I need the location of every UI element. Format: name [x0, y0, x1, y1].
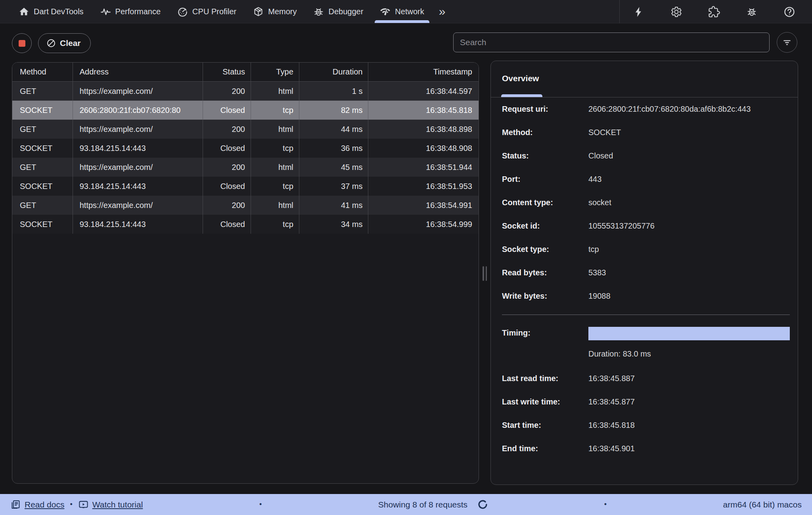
field-label: Write bytes: — [502, 289, 588, 303]
table-row[interactable]: GET https://example.com/ 200 html 44 ms … — [12, 120, 479, 139]
filter-icon — [782, 37, 792, 48]
field-label: Last write time: — [502, 395, 588, 408]
separator-dot: • — [70, 500, 72, 509]
cell-status: 200 — [203, 196, 251, 215]
field-value: 16:38:45.887 — [588, 372, 790, 385]
memory-icon — [253, 6, 264, 17]
cell-address: 93.184.215.14:443 — [73, 177, 203, 196]
extensions-button[interactable] — [695, 0, 733, 23]
nav-item-performance[interactable]: Performance — [92, 0, 169, 23]
cell-address: https://example.com/ — [73, 120, 203, 139]
cell-method: SOCKET — [12, 215, 73, 234]
field-method: Method: SOCKET — [502, 126, 790, 139]
stop-square-icon — [19, 40, 25, 47]
cell-status: Closed — [203, 139, 251, 158]
field-label: Read bytes: — [502, 266, 588, 279]
help-icon — [783, 6, 795, 18]
lightning-icon — [633, 6, 645, 18]
field-value: Closed — [588, 149, 790, 162]
tab-overview[interactable]: Overview — [502, 74, 539, 83]
cell-duration: 41 ms — [299, 196, 369, 215]
table-row[interactable]: SOCKET 93.184.215.14:443 Closed tcp 36 m… — [12, 139, 479, 158]
cell-timestamp: 16:38:54.991 — [368, 196, 479, 215]
watch-tutorial-link[interactable]: Watch tutorial — [78, 499, 143, 510]
cell-duration: 37 ms — [299, 177, 369, 196]
nav-item-memory[interactable]: Memory — [245, 0, 305, 23]
cell-timestamp: 16:38:48.908 — [368, 139, 479, 158]
top-nav-bar: Dart DevTools Performance CPU Profiler M… — [0, 0, 812, 23]
column-header-duration[interactable]: Duration — [299, 63, 369, 81]
cell-timestamp: 16:38:54.999 — [368, 215, 479, 234]
cell-duration: 44 ms — [299, 120, 369, 139]
video-icon — [78, 499, 89, 510]
cell-type: html — [251, 82, 299, 101]
cell-address: 93.184.215.14:443 — [73, 215, 203, 234]
column-header-status[interactable]: Status — [203, 63, 251, 81]
search-input[interactable] — [453, 32, 770, 52]
nav-item-cpu-profiler[interactable]: CPU Profiler — [169, 0, 245, 23]
column-header-method[interactable]: Method — [12, 63, 73, 81]
read-docs-link[interactable]: Read docs — [10, 499, 64, 510]
nav-item-dart-devtools[interactable]: Dart DevTools — [10, 0, 92, 23]
table-row[interactable]: GET https://example.com/ 200 html 45 ms … — [12, 158, 479, 177]
panel-splitter-handle[interactable] — [483, 266, 487, 281]
details-tab-bar: Overview — [491, 61, 798, 97]
filter-button[interactable] — [777, 32, 797, 53]
report-bug-icon — [746, 6, 758, 18]
help-button[interactable] — [770, 0, 808, 23]
cpu-profiler-icon — [177, 6, 188, 17]
field-last-read-time: Last read time: 16:38:45.887 — [502, 372, 790, 385]
cell-duration: 82 ms — [299, 101, 369, 120]
field-value: 19088 — [588, 289, 790, 303]
field-value: 16:38:45.818 — [588, 418, 790, 432]
table-row[interactable]: SOCKET 93.184.215.14:443 Closed tcp 37 m… — [12, 177, 479, 196]
nav-item-network[interactable]: Network — [372, 0, 432, 23]
field-end-time: End time: 16:38:45.901 — [502, 442, 790, 455]
field-value: socket — [588, 196, 790, 209]
overview-content: Request uri: 2606:2800:21f:cb07:6820:80d… — [491, 97, 798, 455]
table-row[interactable]: GET https://example.com/ 200 html 1 s 16… — [12, 82, 479, 101]
separator-dot: • — [604, 500, 607, 509]
column-header-timestamp[interactable]: Timestamp — [368, 63, 479, 81]
cell-type: tcp — [251, 215, 299, 234]
nav-item-debugger[interactable]: Debugger — [305, 0, 372, 23]
cell-status: Closed — [203, 101, 251, 120]
network-icon — [380, 6, 391, 17]
column-header-type[interactable]: Type — [251, 63, 299, 81]
field-write-bytes: Write bytes: 19088 — [502, 289, 790, 303]
field-label: Content type: — [502, 196, 588, 209]
clear-button[interactable]: Clear — [38, 33, 91, 53]
field-label: Socket id: — [502, 219, 588, 233]
table-row[interactable]: SOCKET 93.184.215.14:443 Closed tcp 34 m… — [12, 215, 479, 234]
field-value: 443 — [588, 172, 790, 186]
cell-status: 200 — [203, 120, 251, 139]
table-row[interactable]: GET https://example.com/ 200 html 41 ms … — [12, 196, 479, 215]
field-label: Request uri: — [502, 102, 588, 116]
cell-timestamp: 16:38:51.953 — [368, 177, 479, 196]
nav-label: Memory — [268, 7, 297, 16]
field-value: 16:38:45.877 — [588, 395, 790, 408]
cell-address: https://example.com/ — [73, 82, 203, 101]
field-request-uri: Request uri: 2606:2800:21f:cb07:6820:80d… — [502, 102, 790, 116]
cell-duration: 45 ms — [299, 158, 369, 177]
performance-icon — [100, 6, 111, 17]
cell-duration: 36 ms — [299, 139, 369, 158]
platform-text: arm64 (64 bit) macos — [723, 500, 802, 509]
read-docs-label: Read docs — [25, 500, 64, 509]
cell-type: html — [251, 120, 299, 139]
field-timing: Timing: — [502, 326, 790, 340]
field-label: Timing: — [502, 326, 588, 340]
cell-duration: 1 s — [299, 82, 369, 101]
cell-method: SOCKET — [12, 139, 73, 158]
nav-overflow-chevron[interactable]: » — [433, 0, 452, 23]
cell-timestamp: 16:38:48.898 — [368, 120, 479, 139]
stop-recording-button[interactable] — [12, 33, 32, 53]
hot-reload-button[interactable] — [620, 0, 657, 23]
cell-address: 2606:2800:21f:cb07:6820:80 — [73, 101, 203, 120]
report-bug-button[interactable] — [733, 0, 770, 23]
cell-address: https://example.com/ — [73, 196, 203, 215]
column-header-address[interactable]: Address — [73, 63, 203, 81]
field-socket-id: Socket id: 105553137205776 — [502, 219, 790, 233]
settings-button[interactable] — [657, 0, 695, 23]
table-row-selected[interactable]: SOCKET 2606:2800:21f:cb07:6820:80 Closed… — [12, 101, 479, 120]
